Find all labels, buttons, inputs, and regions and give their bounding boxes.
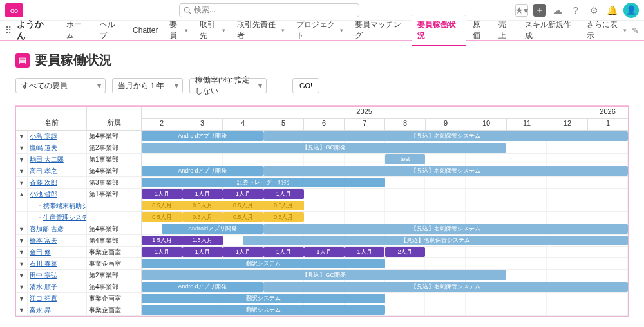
app-logo[interactable]: oo bbox=[5, 3, 23, 17]
gantt-bar[interactable]: 【見込】GC開発 bbox=[142, 143, 506, 153]
filter-rate[interactable]: 稼働率(%): 指定しない bbox=[189, 78, 267, 93]
gantt-bar[interactable]: 翻訳システム bbox=[142, 259, 385, 268]
gantt-bar[interactable]: 0.5人月 bbox=[223, 212, 263, 222]
nav-item-12[interactable]: さらに表示▾ bbox=[582, 15, 632, 45]
gantt-bar[interactable]: 1人月 bbox=[182, 189, 223, 199]
resource-link[interactable]: 鷹嶋 道夫 bbox=[30, 144, 57, 151]
gantt-bar[interactable]: 1人月 bbox=[182, 247, 223, 257]
chevron-down-icon: ▾ bbox=[222, 27, 225, 33]
resource-link[interactable]: 江口 拓真 bbox=[30, 295, 57, 302]
svg-point-0 bbox=[185, 7, 190, 12]
gantt-bar[interactable]: 2人月 bbox=[385, 247, 426, 257]
gantt-bar[interactable]: 1人月 bbox=[223, 247, 263, 257]
table-row: ▼駒田 大二郎第1事業部test bbox=[16, 154, 628, 165]
nav-item-8[interactable]: 要員稼働状況 bbox=[412, 15, 466, 46]
dept-cell: 事業企画室 bbox=[87, 247, 142, 258]
gantt-bar[interactable]: Androidアプリ開発 bbox=[142, 166, 263, 176]
resource-link[interactable]: 斉藤 次郎 bbox=[30, 179, 57, 186]
gantt-bar[interactable]: 0.5人月 bbox=[182, 212, 223, 222]
nav-item-6[interactable]: プロジェクト▾ bbox=[291, 15, 348, 45]
app-launcher-icon[interactable]: ⠿ bbox=[5, 25, 12, 35]
resource-link[interactable]: 田中 宗弘 bbox=[30, 272, 57, 279]
resource-link[interactable]: 金田 修 bbox=[30, 248, 51, 256]
nav-item-5[interactable]: 取引先責任者▾ bbox=[232, 15, 289, 45]
nav-item-1[interactable]: ヘルプ bbox=[95, 15, 126, 45]
go-button[interactable]: GO! bbox=[292, 78, 319, 93]
expand-toggle bbox=[16, 200, 28, 212]
gantt-bar[interactable]: 1人月 bbox=[263, 189, 304, 199]
gantt-bar[interactable]: 1人月 bbox=[304, 247, 345, 257]
gantt-bar[interactable]: 0.5人月 bbox=[182, 201, 223, 210]
dept-cell: 第4事業部 bbox=[87, 281, 142, 293]
gantt-bar[interactable]: Androidアプリ開発 bbox=[162, 224, 263, 234]
resource-link[interactable]: 生産管理システム bbox=[43, 214, 87, 221]
svg-line-1 bbox=[189, 12, 191, 14]
gantt-bar[interactable]: 【見込】名刺保管システム bbox=[263, 282, 628, 292]
gantt-bar[interactable]: 1人月 bbox=[263, 247, 304, 257]
gantt-bar[interactable]: 1人月 bbox=[142, 247, 182, 257]
resource-link[interactable]: 小池 哲郎 bbox=[30, 191, 57, 198]
gantt-bar[interactable]: 0.5人月 bbox=[142, 212, 182, 222]
gantt-bar[interactable]: Androidアプリ開発 bbox=[142, 282, 263, 292]
dept-cell: 事業企画室 bbox=[87, 258, 142, 270]
nav-item-2[interactable]: Chatter bbox=[128, 22, 163, 39]
resource-link[interactable]: 駒田 大二郎 bbox=[30, 156, 64, 163]
expand-toggle[interactable]: ▼ bbox=[16, 270, 28, 281]
resource-link[interactable]: 喜加部 吉彦 bbox=[30, 225, 64, 232]
nav-item-11[interactable]: スキル新規作成 bbox=[520, 15, 580, 45]
expand-toggle[interactable]: ▼ bbox=[16, 165, 28, 177]
gantt-bar[interactable]: 証券トレーダー開発 bbox=[142, 178, 385, 187]
gantt-bar[interactable]: 翻訳システム bbox=[142, 294, 385, 303]
expand-toggle[interactable]: ▼ bbox=[16, 235, 28, 247]
dept-cell: 第1事業部 bbox=[87, 154, 142, 165]
nav-item-7[interactable]: 要員マッチング bbox=[350, 15, 410, 45]
month-header: 3 bbox=[182, 119, 223, 131]
gantt-bar[interactable]: 0.5人月 bbox=[263, 201, 304, 210]
gantt-bar[interactable]: 1人月 bbox=[345, 247, 385, 257]
resource-link[interactable]: 清水 順子 bbox=[30, 283, 57, 290]
expand-toggle[interactable]: ▼ bbox=[16, 258, 28, 270]
gantt-bar[interactable]: 1.5人月 bbox=[182, 236, 223, 245]
gantt-bar[interactable]: Androidアプリ開発 bbox=[142, 131, 263, 141]
expand-toggle[interactable]: ▲ bbox=[16, 189, 28, 200]
expand-toggle[interactable]: ▼ bbox=[16, 247, 28, 258]
dept-cell: 事業企画室 bbox=[87, 304, 142, 316]
filter-resource[interactable]: すべての要員 bbox=[15, 78, 106, 93]
expand-toggle[interactable]: ▼ bbox=[16, 304, 28, 316]
gantt-bar[interactable]: 【見込】名刺保管システム bbox=[263, 224, 628, 234]
gantt-bar[interactable]: 【見込】GC開発 bbox=[142, 270, 506, 280]
resource-link[interactable]: 携帯端末補助システム開発 bbox=[43, 202, 87, 209]
table-row: ▼金田 修事業企画室1人月1人月1人月1人月1人月1人月2人月 bbox=[16, 247, 628, 258]
gantt-bar[interactable]: 【見込】名刺保管システム bbox=[263, 166, 628, 176]
nav-item-0[interactable]: ホーム bbox=[61, 15, 93, 45]
expand-toggle[interactable]: ▼ bbox=[16, 131, 28, 142]
filter-period[interactable]: 当月から１年 bbox=[112, 78, 183, 93]
nav-item-9[interactable]: 原価 bbox=[468, 15, 492, 45]
expand-toggle[interactable]: ▼ bbox=[16, 142, 28, 154]
expand-toggle[interactable]: ▼ bbox=[16, 223, 28, 235]
gantt-bar[interactable]: 0.5人月 bbox=[263, 212, 304, 222]
expand-toggle[interactable]: ▼ bbox=[16, 293, 28, 304]
resource-link[interactable]: 富永 昇 bbox=[30, 306, 51, 313]
gantt-bar[interactable]: 【見込】名刺保管システム bbox=[263, 131, 628, 141]
expand-toggle[interactable]: ▼ bbox=[16, 154, 28, 165]
edit-icon[interactable]: ✎ bbox=[632, 26, 639, 35]
resource-link[interactable]: 橋本 富夫 bbox=[30, 237, 57, 244]
nav-item-4[interactable]: 取引先▾ bbox=[194, 15, 231, 45]
gantt-bar[interactable]: 【見込】名刺保管システム bbox=[243, 236, 628, 245]
resource-link[interactable]: 高田 孝之 bbox=[30, 167, 57, 174]
expand-toggle[interactable]: ▼ bbox=[16, 281, 28, 293]
resource-link[interactable]: 石川 春菜 bbox=[30, 260, 57, 267]
nav-item-10[interactable]: 売上 bbox=[493, 15, 518, 45]
gantt-bar[interactable]: 0.5人月 bbox=[142, 201, 182, 210]
table-row: ▲小池 哲郎第1事業部1人月1人月1人月1人月 bbox=[16, 189, 628, 200]
resource-link[interactable]: 小島 宗諄 bbox=[30, 133, 57, 140]
expand-toggle[interactable]: ▼ bbox=[16, 177, 28, 189]
gantt-bar[interactable]: test bbox=[385, 154, 426, 164]
gantt-bar[interactable]: 翻訳システム bbox=[142, 305, 385, 315]
nav-item-3[interactable]: 要員▾ bbox=[164, 15, 193, 45]
gantt-bar[interactable]: 1.5人月 bbox=[142, 236, 182, 245]
gantt-bar[interactable]: 1人月 bbox=[142, 189, 182, 199]
gantt-bar[interactable]: 0.5人月 bbox=[223, 201, 263, 210]
gantt-bar[interactable]: 1人月 bbox=[223, 189, 263, 199]
